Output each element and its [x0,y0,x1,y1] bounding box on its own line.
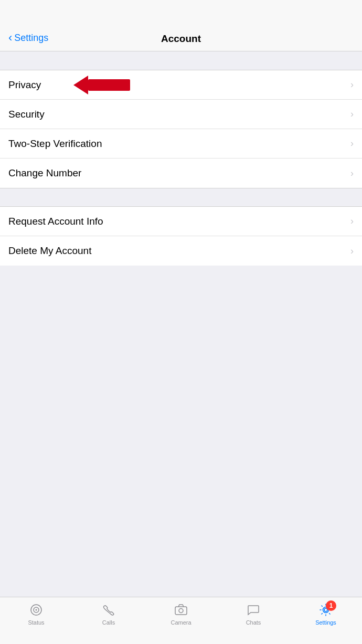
top-spacer [0,51,362,70]
request-info-row[interactable]: Request Account Info › [0,207,362,236]
arrow-annotation [73,76,130,94]
calls-tab-label: Calls [102,619,115,626]
svg-rect-3 [175,607,187,615]
tab-status[interactable]: Status [0,603,72,626]
change-number-label: Change Number [8,167,81,179]
navigation-bar: ‹ Settings Account [0,0,362,51]
two-step-row[interactable]: Two-Step Verification › [0,129,362,159]
status-tab-label: Status [28,619,44,626]
camera-tab-label: Camera [171,619,191,626]
tab-bar: Status Calls Camera Chats [0,597,362,644]
settings-badge: 1 [326,600,336,611]
chats-tab-label: Chats [246,619,261,626]
status-icon [29,603,44,617]
account-section-2: Request Account Info › Delete My Account… [0,207,362,266]
camera-icon [174,603,188,617]
tab-camera[interactable]: Camera [145,603,217,626]
tab-chats[interactable]: Chats [217,603,290,626]
back-button[interactable]: ‹ Settings [8,31,48,45]
delete-account-label: Delete My Account [8,245,91,257]
settings-icon-wrapper: 1 [318,603,333,617]
chats-icon [246,603,261,617]
arrow-head [73,76,88,94]
privacy-row[interactable]: Privacy › [0,70,362,100]
chevron-right-icon: › [350,168,354,179]
security-row[interactable]: Security › [0,100,362,129]
security-label: Security [8,109,45,120]
request-info-label: Request Account Info [8,216,103,227]
svg-point-2 [36,609,37,611]
page-title: Account [161,33,201,45]
svg-point-4 [179,609,183,613]
account-section-1: Privacy › Security › Two-Step Verificati… [0,70,362,188]
chevron-right-icon: › [350,216,354,227]
delete-account-row[interactable]: Delete My Account › [0,236,362,266]
back-label: Settings [14,33,48,44]
section-gap [0,188,362,207]
change-number-row[interactable]: Change Number › [0,159,362,188]
arrow-body [88,79,130,91]
chevron-right-icon: › [350,138,354,149]
chevron-right-icon: › [350,109,354,120]
chevron-right-icon: › [350,246,354,257]
tab-calls[interactable]: Calls [72,603,145,626]
two-step-label: Two-Step Verification [8,138,102,150]
chevron-right-icon: › [350,79,354,90]
back-chevron-icon: ‹ [8,31,12,45]
settings-tab-label: Settings [315,619,336,626]
tab-settings[interactable]: 1 Settings [290,603,362,626]
privacy-label: Privacy [8,79,41,91]
content-filler [0,266,362,597]
calls-icon [101,603,116,617]
